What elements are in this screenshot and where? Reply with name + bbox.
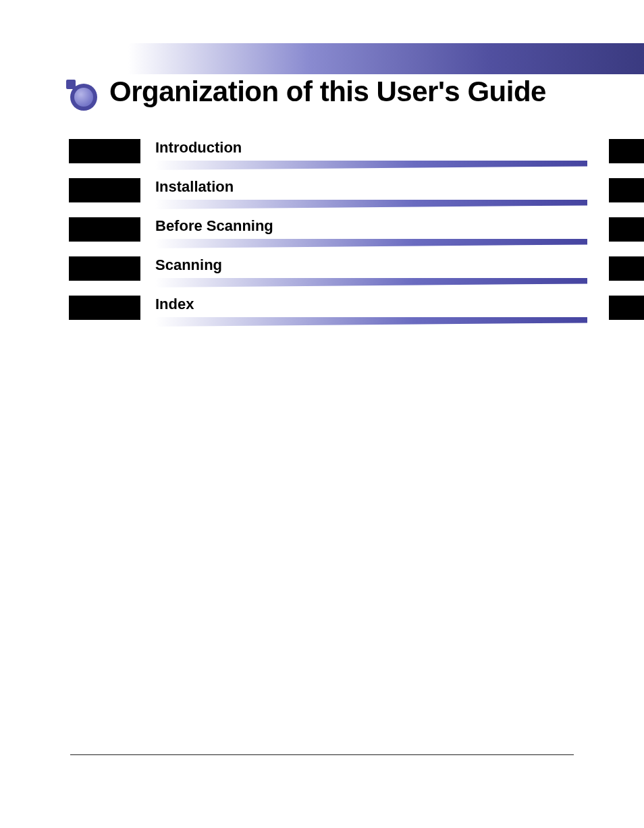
side-tab-introduction[interactable] — [609, 135, 644, 174]
side-tab-before-scanning[interactable] — [609, 213, 644, 252]
section-left-bar — [69, 178, 140, 202]
section-left-bar — [69, 296, 140, 320]
section-left-bar — [69, 256, 140, 281]
section-row-installation[interactable]: Installation — [69, 174, 587, 213]
footer-line — [70, 754, 574, 755]
section-row-introduction[interactable]: Introduction — [69, 135, 587, 174]
section-row-before-scanning[interactable]: Before Scanning — [69, 213, 587, 252]
section-left-bar — [69, 217, 140, 242]
section-underline — [155, 200, 587, 209]
side-tab-installation[interactable] — [609, 174, 644, 213]
page-title: Organization of this User's Guide — [109, 76, 546, 108]
section-underline — [155, 278, 587, 287]
section-row-index[interactable]: Index — [69, 292, 587, 331]
side-tab-index[interactable] — [609, 292, 644, 331]
top-banner — [128, 43, 644, 74]
section-label: Before Scanning — [155, 217, 273, 235]
side-tabs — [609, 135, 644, 331]
section-row-scanning[interactable]: Scanning — [69, 252, 587, 292]
section-label: Index — [155, 296, 194, 313]
side-tab-scanning[interactable] — [609, 252, 644, 292]
section-label: Installation — [155, 178, 234, 196]
section-underline — [155, 317, 587, 327]
section-left-bar — [69, 139, 140, 163]
section-underline — [155, 161, 587, 170]
section-label: Scanning — [155, 256, 222, 274]
section-underline — [155, 239, 587, 248]
sections-list: Introduction Installation Before Scannin… — [69, 135, 587, 331]
bullet-icon — [66, 80, 101, 115]
section-label: Introduction — [155, 139, 242, 157]
